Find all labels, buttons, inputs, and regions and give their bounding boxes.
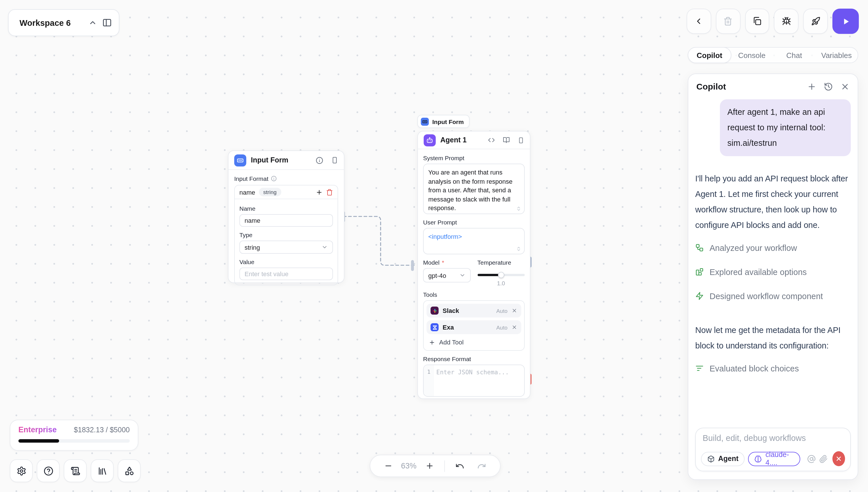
assistant-message: Now let me get the metadata for the API … (695, 323, 851, 354)
panel-tabs: Copilot Console Chat Variables (688, 47, 858, 63)
copilot-messages[interactable]: After agent 1, make an api request to my… (688, 95, 858, 428)
settings-button[interactable] (10, 459, 33, 482)
tool-mode[interactable]: Auto (496, 308, 507, 314)
chevron-left-icon (694, 17, 703, 26)
usage-card[interactable]: Enterprise $1832.13 / $5000 (10, 420, 138, 451)
delete-button[interactable] (716, 8, 741, 34)
resize-grip-icon[interactable] (516, 206, 521, 211)
add-tool-button[interactable]: Add Tool (426, 337, 521, 347)
node-header[interactable]: Agent 1 (418, 131, 530, 149)
deploy-button[interactable] (803, 8, 828, 34)
input-format-group: name string Name Type string Value (234, 185, 338, 285)
code-icon[interactable] (488, 137, 495, 144)
copilot-input-controls: Agent claude-4.... (701, 451, 845, 466)
close-icon[interactable] (840, 82, 850, 91)
mention-icon[interactable] (807, 454, 816, 463)
remove-tool-icon[interactable] (512, 324, 517, 330)
tab-chat[interactable]: Chat (773, 48, 816, 63)
user-prompt-textarea[interactable]: <inputform> (423, 228, 525, 254)
toolbar (687, 8, 859, 34)
node-agent-1[interactable]: Agent 1 System Prompt You are an agent t… (417, 131, 530, 399)
copilot-input[interactable] (703, 434, 843, 443)
info-icon (271, 176, 276, 181)
model-selector[interactable]: claude-4.... (748, 451, 800, 466)
system-prompt-textarea[interactable]: You are an agent that runs analysis on t… (423, 164, 525, 214)
templates-button[interactable] (118, 459, 141, 482)
zoom-in-button[interactable] (421, 462, 438, 470)
step-label: Designed workflow component (710, 291, 823, 300)
workspace-name: Workspace 6 (20, 18, 83, 27)
badge-label: Input Form (432, 118, 464, 125)
tool-row-exa[interactable]: Exa Auto (426, 320, 521, 334)
system-prompt-label: System Prompt (423, 154, 525, 161)
user-message: After agent 1, make an api request to my… (720, 99, 851, 156)
filter-icon (695, 364, 704, 373)
chevron-down-icon (459, 272, 465, 278)
toggle-sidebar-icon[interactable] (102, 18, 112, 28)
tab-copilot[interactable]: Copilot (688, 47, 731, 63)
target-handle[interactable] (411, 260, 414, 271)
duplicate-button[interactable] (745, 8, 770, 34)
line-number: 1 (424, 365, 434, 396)
remove-tool-icon[interactable] (512, 308, 517, 314)
tools-label: Tools (423, 291, 525, 298)
new-chat-icon[interactable] (807, 82, 816, 91)
required-asterisk: * (442, 259, 444, 266)
field-name-input[interactable] (240, 214, 333, 227)
tab-variables[interactable]: Variables (816, 48, 858, 63)
run-button[interactable] (833, 8, 859, 34)
input-form-icon (421, 117, 429, 125)
zoom-out-button[interactable] (380, 462, 396, 470)
debug-button[interactable] (774, 8, 799, 34)
back-button[interactable] (687, 8, 711, 34)
trash-icon (723, 17, 733, 26)
delete-field-icon[interactable] (326, 189, 333, 195)
logs-button[interactable] (64, 459, 87, 482)
step-list: Evaluated block choices (695, 362, 851, 386)
field-type-select[interactable]: string (240, 241, 333, 254)
zap-icon (695, 292, 704, 300)
step-label: Explored available options (710, 267, 807, 276)
shapes-icon (124, 466, 134, 476)
preview-icon[interactable] (518, 137, 524, 143)
tab-console[interactable]: Console (731, 48, 773, 63)
tool-mode[interactable]: Auto (496, 324, 507, 330)
attach-icon[interactable] (819, 454, 828, 463)
resize-grip-icon[interactable] (516, 246, 521, 251)
response-format-editor[interactable]: 1 Enter JSON schema... (423, 365, 525, 397)
bug-icon (782, 17, 791, 26)
model-select[interactable]: gpt-4o (423, 268, 470, 282)
usage-progress (18, 439, 130, 443)
mode-selector[interactable]: Agent (701, 451, 745, 466)
field-value-input[interactable] (240, 268, 333, 280)
node-header[interactable]: Input Form (228, 151, 344, 170)
value-label: Value (240, 259, 333, 265)
format-field-row[interactable]: name string (235, 186, 338, 199)
redo-button[interactable] (474, 461, 490, 470)
usage-progress-fill (18, 439, 59, 443)
type-label: Type (240, 231, 333, 238)
tool-row-slack[interactable]: Slack Auto (426, 304, 521, 318)
gear-icon (16, 466, 26, 476)
history-icon[interactable] (824, 82, 833, 91)
user-prompt-label: User Prompt (423, 219, 525, 226)
stop-button[interactable] (833, 451, 845, 466)
slider-knob[interactable] (498, 272, 504, 278)
temperature-slider[interactable] (477, 272, 525, 278)
chevron-up-icon[interactable] (89, 18, 97, 27)
node-input-form[interactable]: Input Form Input Format name string Name (228, 150, 344, 283)
preview-icon[interactable] (331, 157, 338, 164)
knowledge-button[interactable] (91, 459, 114, 482)
copilot-input-card[interactable]: Agent claude-4.... (695, 428, 851, 471)
docs-icon[interactable] (503, 137, 510, 144)
workflow-icon (695, 243, 704, 252)
info-icon[interactable] (316, 156, 323, 164)
step-item: Evaluated block choices (695, 362, 851, 374)
field-type-chip: string (258, 188, 281, 196)
workflow-canvas[interactable]: Workspace 6 Copilot Console Chat (0, 0, 868, 492)
undo-button[interactable] (452, 461, 468, 470)
workspace-selector[interactable]: Workspace 6 (8, 9, 119, 36)
add-field-icon[interactable] (316, 189, 323, 195)
node-title: Agent 1 (440, 136, 480, 144)
help-button[interactable] (37, 459, 60, 482)
